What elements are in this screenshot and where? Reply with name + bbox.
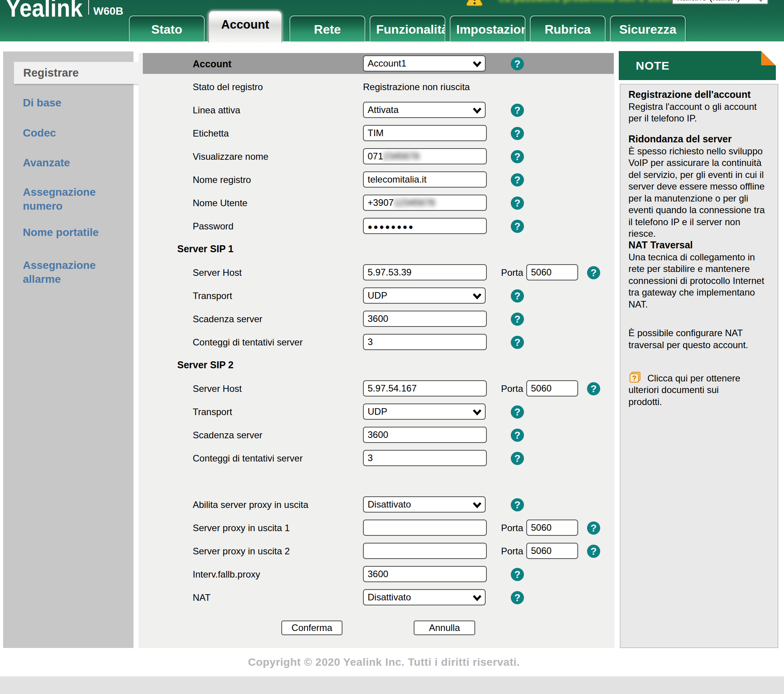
svg-text:?: ? (632, 374, 637, 382)
